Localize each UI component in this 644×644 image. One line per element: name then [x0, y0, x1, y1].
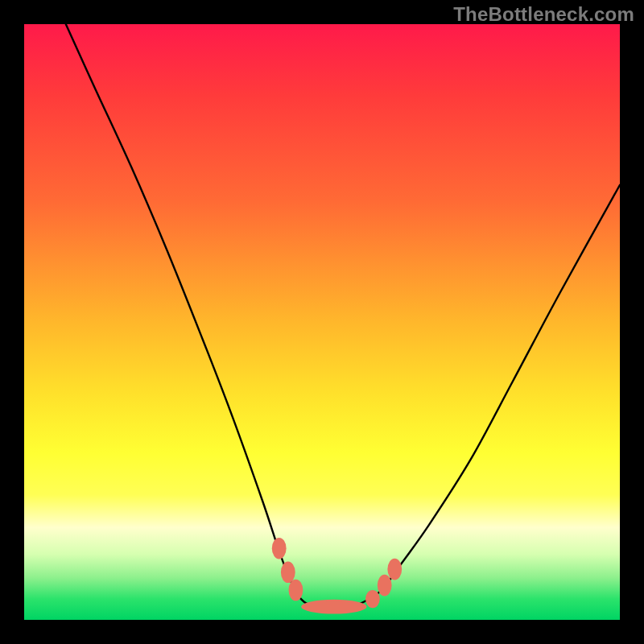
left-dot-1 — [272, 538, 287, 559]
bottleneck-curve — [66, 24, 620, 609]
right-dot-2 — [378, 575, 392, 597]
right-dot-1 — [365, 590, 380, 608]
chart-frame: TheBottleneck.com — [0, 0, 644, 644]
right-dot-3 — [387, 559, 402, 580]
chart-plot-area — [24, 24, 620, 620]
watermark-text: TheBottleneck.com — [453, 3, 634, 26]
base-pill — [301, 600, 366, 614]
chart-svg — [24, 24, 620, 620]
left-dot-2 — [281, 562, 295, 584]
marker-group — [272, 538, 402, 614]
left-dot-3 — [289, 580, 303, 601]
